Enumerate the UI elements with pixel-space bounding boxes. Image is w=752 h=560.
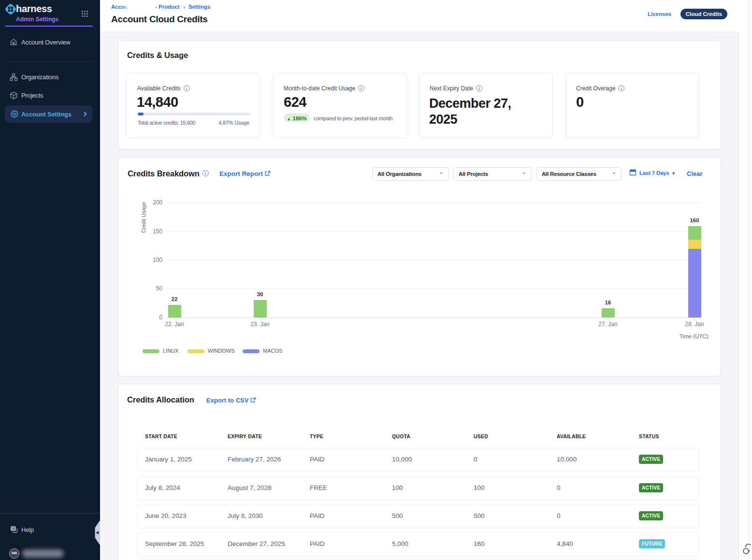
svg-text:?: ? [12, 527, 14, 531]
